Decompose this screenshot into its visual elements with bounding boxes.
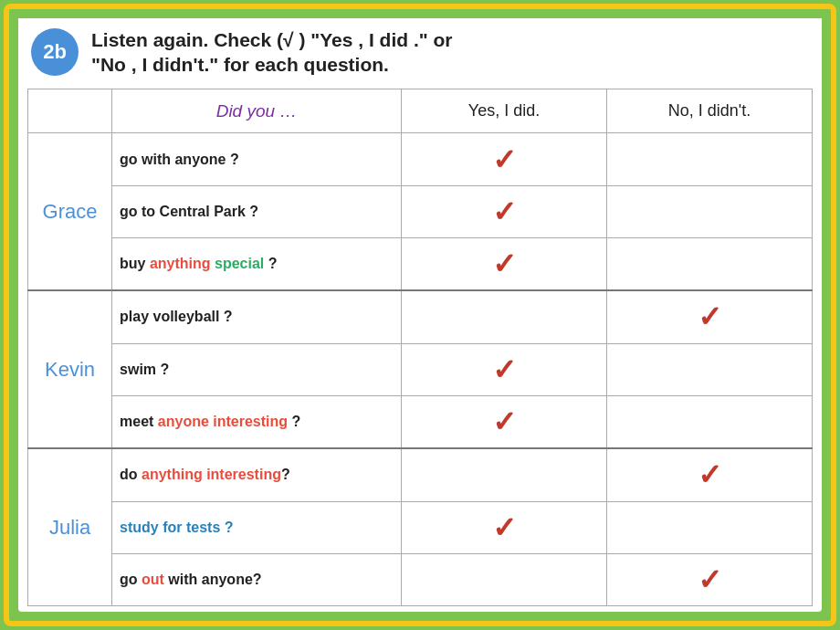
grace-row-1: Grace go with anyone ? ✓ — [28, 133, 813, 185]
badge-2b: 2b — [31, 28, 79, 76]
julia-cell: Julia — [28, 448, 112, 605]
kevin-q2-no — [607, 343, 813, 395]
kevin-cell: Kevin — [28, 290, 112, 448]
col-header-name — [28, 89, 112, 133]
checkmark: ✓ — [698, 563, 722, 596]
julia-q1-no: ✓ — [607, 448, 813, 501]
kevin-q3-no — [607, 395, 813, 448]
checkmark: ✓ — [492, 195, 517, 228]
kevin-row-3: meet anyone interesting ? ✓ — [28, 395, 813, 448]
colored-word: anyone interesting — [158, 414, 288, 429]
colored-word: anything interesting — [142, 467, 281, 482]
kevin-q2-yes: ✓ — [402, 343, 607, 395]
colored-word: out — [142, 572, 164, 587]
kevin-row-2: swim ? ✓ — [28, 343, 813, 395]
kevin-q3-yes: ✓ — [402, 395, 607, 448]
checkmark: ✓ — [698, 300, 722, 333]
checkmark: ✓ — [492, 247, 517, 280]
checkmark: ✓ — [492, 405, 517, 438]
kevin-row-1: Kevin play volleyball ? ✓ — [28, 290, 813, 343]
grace-q2-yes: ✓ — [402, 185, 607, 237]
julia-q2-no — [607, 501, 813, 553]
header: 2b Listen again. Check (√ ) "Yes , I did… — [18, 18, 822, 85]
checkmark: ✓ — [492, 511, 517, 544]
grace-cell: Grace — [28, 133, 112, 290]
colored-word: special — [215, 256, 264, 271]
grace-q3: buy anything special ? — [112, 237, 402, 290]
julia-row-1: Julia do anything interesting? ✓ — [28, 448, 813, 501]
julia-q3-no: ✓ — [607, 553, 813, 605]
julia-q3: go out with anyone? — [112, 553, 402, 605]
kevin-q2: swim ? — [112, 343, 402, 395]
grace-q1-no — [607, 133, 813, 185]
kevin-q1: play volleyball ? — [112, 290, 402, 343]
checkmark: ✓ — [492, 353, 517, 386]
colored-word: anything — [150, 256, 211, 271]
grace-q3-no — [607, 237, 813, 290]
header-line2: "No , I didn't." for each question. — [91, 54, 389, 75]
grace-q1-yes: ✓ — [402, 133, 607, 185]
kevin-q1-no: ✓ — [607, 290, 813, 343]
julia-row-3: go out with anyone? ✓ — [28, 553, 813, 605]
kevin-q3: meet anyone interesting ? — [112, 395, 402, 448]
grace-row-2: go to Central Park ? ✓ — [28, 185, 813, 237]
julia-q3-yes — [402, 553, 607, 605]
badge-text: 2b — [43, 40, 67, 64]
header-line1: Listen again. Check (√ ) "Yes , I did ."… — [91, 29, 453, 50]
grace-q2: go to Central Park ? — [112, 185, 402, 237]
julia-row-2: study for tests ? ✓ — [28, 501, 813, 553]
col-header-yes: Yes, I did. — [402, 89, 607, 133]
table-wrapper: Did you … Yes, I did. No, I didn't. Grac… — [18, 85, 822, 612]
header-text: Listen again. Check (√ ) "Yes , I did ."… — [91, 27, 453, 78]
grace-q1: go with anyone ? — [112, 133, 402, 185]
kevin-q1-yes — [402, 290, 607, 343]
grace-row-3: buy anything special ? ✓ — [28, 237, 813, 290]
julia-q2: study for tests ? — [112, 501, 402, 553]
col-header-question: Did you … — [112, 89, 402, 133]
julia-q1: do anything interesting? — [112, 448, 402, 501]
julia-q2-yes: ✓ — [402, 501, 607, 553]
checkmark: ✓ — [492, 143, 517, 176]
grace-q2-no — [607, 185, 813, 237]
colored-word: study for tests ? — [120, 520, 233, 535]
table-header-row: Did you … Yes, I did. No, I didn't. — [28, 89, 813, 133]
main-table: Did you … Yes, I did. No, I didn't. Grac… — [27, 89, 813, 606]
grace-q3-yes: ✓ — [402, 237, 607, 290]
checkmark: ✓ — [698, 458, 722, 491]
julia-q1-yes — [402, 448, 607, 501]
col-header-no: No, I didn't. — [607, 89, 813, 133]
